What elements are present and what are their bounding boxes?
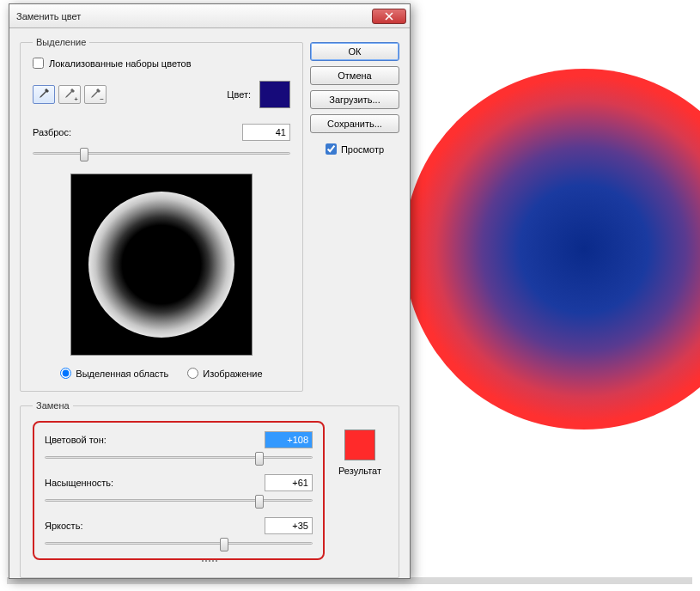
lightness-slider[interactable] [45,536,313,551]
load-button[interactable]: Загрузить... [310,90,399,109]
save-button[interactable]: Сохранить... [310,114,399,133]
selection-preview [70,174,253,356]
saturation-input[interactable]: +61 [265,474,313,491]
radio-selection-label: Выделенная область [76,369,168,379]
dialog-title: Заменить цвет [16,11,372,21]
eyedropper-add-button[interactable]: + [58,85,81,104]
titlebar[interactable]: Заменить цвет [9,4,410,28]
close-button[interactable] [372,9,406,24]
eyedropper-icon [37,88,51,101]
replace-color-dialog: Заменить цвет Выделение Локализованные н… [9,3,411,579]
spread-input[interactable]: 41 [242,124,290,141]
preview-mask-circle [88,192,234,338]
preview-checkbox[interactable] [326,143,337,155]
lightness-input[interactable]: +35 [265,517,313,534]
cancel-button[interactable]: Отмена [310,66,399,85]
close-icon [385,12,393,21]
replace-group: Замена Цветовой тон: +108 Насыщенность: [20,400,399,578]
minus-indicator: − [100,96,104,103]
source-color-swatch[interactable] [259,81,290,108]
saturation-label: Насыщенность: [45,478,131,488]
resize-grip[interactable] [33,560,387,565]
lightness-label: Яркость: [45,521,131,531]
color-label: Цвет: [227,89,251,100]
replace-legend: Замена [33,400,73,411]
hue-input[interactable]: +108 [265,431,313,448]
hue-label: Цветовой тон: [45,435,131,445]
result-color-swatch[interactable] [344,430,375,460]
replace-sliders-highlight: Цветовой тон: +108 Насыщенность: +61 [33,421,325,560]
localized-colors-checkbox[interactable] [33,58,44,69]
preview-label: Просмотр [341,144,384,155]
hue-slider[interactable] [45,450,313,466]
saturation-slider[interactable] [45,493,313,509]
spread-slider[interactable] [33,146,290,161]
radio-selection-area[interactable]: Выделенная область [60,368,168,379]
selection-legend: Выделение [33,37,89,47]
spread-label: Разброс: [33,127,119,137]
radio-selection-input[interactable] [60,368,71,379]
localized-colors-label: Локализованные наборы цветов [49,58,192,69]
plus-indicator: + [74,96,78,103]
result-label: Результат [338,466,381,476]
ok-button[interactable]: ОК [310,42,399,61]
eyedropper-button[interactable] [33,85,55,104]
radio-image-label: Изображение [203,369,262,379]
radio-image-input[interactable] [187,368,198,379]
selection-group: Выделение Локализованные наборы цветов + [20,37,303,392]
eyedropper-subtract-button[interactable]: − [84,85,107,104]
radio-image[interactable]: Изображение [187,368,262,379]
